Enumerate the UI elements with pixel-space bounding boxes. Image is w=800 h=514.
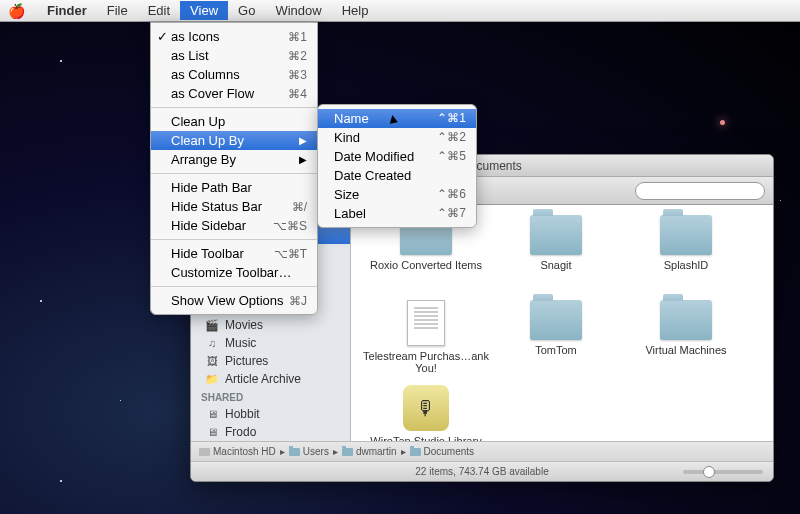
file-label: SplashID [664,259,709,271]
menubar-window[interactable]: Window [265,1,331,20]
menu-item-as-icons[interactable]: ✓as Icons⌘1 [151,27,317,46]
doc-icon [407,300,445,346]
menubar-file[interactable]: File [97,1,138,20]
apple-menu-icon[interactable]: 🍎 [8,3,25,19]
menu-item-clean-up[interactable]: Clean Up [151,112,317,131]
menu-item-hide-sidebar[interactable]: Hide Sidebar⌥⌘S [151,216,317,235]
submenu-arrow-icon: ▶ [299,154,307,165]
menu-item-hide-toolbar[interactable]: Hide Toolbar⌥⌘T [151,244,317,263]
pathbar: Macintosh HD▸Users▸dwmartin▸Documents [191,441,773,461]
menu-item-hide-path-bar[interactable]: Hide Path Bar [151,178,317,197]
sidebar-label: Movies [225,318,263,332]
submenu-item-label[interactable]: Label⌃⌘7 [318,204,476,223]
disk-icon [199,448,210,456]
file-label: Snagit [540,259,571,271]
sidebar-item-article-archive[interactable]: 📁Article Archive [191,370,350,388]
menu-item-arrange-by[interactable]: Arrange By▶ [151,150,317,169]
file-item[interactable]: TomTom [491,300,621,385]
path-segment[interactable]: dwmartin [342,446,397,457]
sidebar-label: Music [225,336,256,350]
menu-item-show-view-options[interactable]: Show View Options⌘J [151,291,317,310]
sidebar-label: Article Archive [225,372,301,386]
file-label: Virtual Machines [645,344,726,356]
menu-item-hide-status-bar[interactable]: Hide Status Bar⌘/ [151,197,317,216]
path-separator-icon: ▸ [333,446,338,457]
sidebar-icon: 🖥 [205,407,219,421]
sidebar-item-movies[interactable]: 🎬Movies [191,316,350,334]
sidebar-label: Pictures [225,354,268,368]
file-label: TomTom [535,344,577,356]
folder-icon [530,300,582,340]
submenu-item-name[interactable]: Name⌃⌘1 [318,109,476,128]
icon-size-slider[interactable] [683,470,763,474]
menu-item-as-list[interactable]: as List⌘2 [151,46,317,65]
folder-icon [342,448,353,456]
content-area[interactable]: Roxio Converted ItemsSnagitSplashIDTeles… [351,205,773,441]
file-label: Roxio Converted Items [370,259,482,271]
file-item[interactable]: SplashID [621,215,751,300]
statusbar: 22 items, 743.74 GB available [191,461,773,481]
path-segment[interactable]: Macintosh HD [199,446,276,457]
path-segment[interactable]: Users [289,446,329,457]
menu-item-clean-up-by[interactable]: Clean Up By▶ [151,131,317,150]
file-item[interactable]: 🎙WireTap Studio Library [361,385,491,441]
sidebar-icon: 🎬 [205,318,219,332]
status-text: 22 items, 743.74 GB available [415,466,548,477]
view-menu-dropdown: ✓as Icons⌘1as List⌘2as Columns⌘3as Cover… [150,22,318,315]
submenu-item-date-modified[interactable]: Date Modified⌃⌘5 [318,147,476,166]
menubar-app[interactable]: Finder [37,1,97,20]
path-segment[interactable]: Documents [410,446,475,457]
submenu-arrow-icon: ▶ [299,135,307,146]
menubar-go[interactable]: Go [228,1,265,20]
sidebar-item-music[interactable]: ♫Music [191,334,350,352]
sidebar-label: Frodo [225,425,256,439]
sidebar-item-hobbit[interactable]: 🖥Hobbit [191,405,350,423]
path-separator-icon: ▸ [401,446,406,457]
menubar-help[interactable]: Help [332,1,379,20]
submenu-item-kind[interactable]: Kind⌃⌘2 [318,128,476,147]
menu-item-as-cover-flow[interactable]: as Cover Flow⌘4 [151,84,317,103]
sidebar-shared-header: SHARED [191,388,350,405]
folder-icon [289,448,300,456]
file-label: Telestream Purchas…ank You! [361,350,491,374]
menu-item-as-columns[interactable]: as Columns⌘3 [151,65,317,84]
folder-icon [660,215,712,255]
folder-icon [530,215,582,255]
file-item[interactable]: Telestream Purchas…ank You! [361,300,491,385]
menu-item-customize-toolbar-[interactable]: Customize Toolbar… [151,263,317,282]
sidebar-icon: 📁 [205,372,219,386]
sidebar-icon: 🖥 [205,425,219,439]
folder-icon [660,300,712,340]
folder-icon [410,448,421,456]
submenu-item-size[interactable]: Size⌃⌘6 [318,185,476,204]
menubar-edit[interactable]: Edit [138,1,180,20]
sidebar-icon: ♫ [205,336,219,350]
sidebar-item-pictures[interactable]: 🖼Pictures [191,352,350,370]
path-separator-icon: ▸ [280,446,285,457]
submenu-item-date-created[interactable]: Date Created [318,166,476,185]
search-input[interactable] [635,182,765,200]
sidebar-item-frodo[interactable]: 🖥Frodo [191,423,350,441]
sidebar-icon: 🖼 [205,354,219,368]
app-icon: 🎙 [403,385,449,431]
menubar-view[interactable]: View [180,1,228,20]
file-item[interactable]: Snagit [491,215,621,300]
file-item[interactable]: Virtual Machines [621,300,751,385]
cleanup-by-submenu: Name⌃⌘1Kind⌃⌘2Date Modified⌃⌘5Date Creat… [317,104,477,228]
sidebar-label: Hobbit [225,407,260,421]
menubar: 🍎 Finder File Edit View Go Window Help [0,0,800,22]
